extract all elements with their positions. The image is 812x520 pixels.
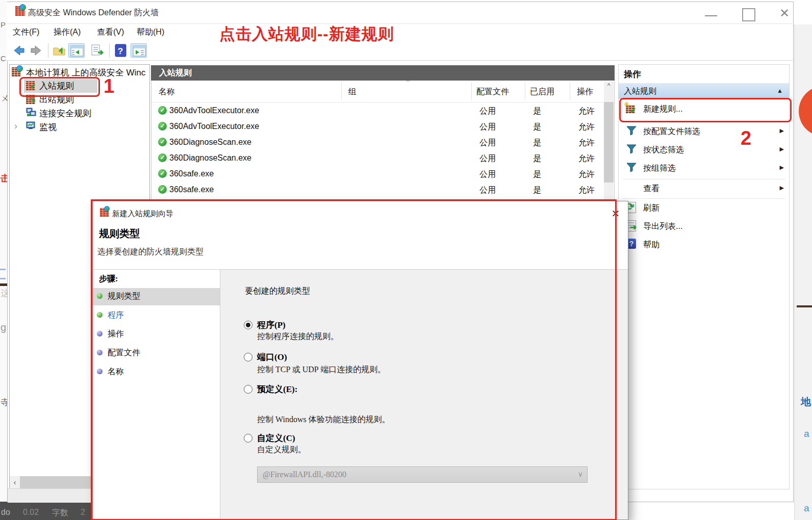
- fragment-text: P: [1, 20, 6, 29]
- toolbar: ?: [7, 41, 793, 61]
- fragment-line: [0, 278, 6, 279]
- rule-profile: 公用: [479, 106, 496, 117]
- rule-profile: 公用: [479, 169, 496, 180]
- toolbar-separator: [109, 43, 110, 58]
- back-button[interactable]: [11, 43, 26, 58]
- scroll-up-button[interactable]: ^: [604, 82, 614, 91]
- column-header-action[interactable]: 操作: [577, 87, 593, 97]
- action-filter-by-profile[interactable]: 按配置文件筛选 ▶: [619, 123, 789, 140]
- option-label-predefined[interactable]: 预定义(E):: [257, 383, 297, 395]
- fragment-text: 0.02: [23, 508, 39, 517]
- table-header-row: 名称 组 配置文件 已启用 操作 ^: [151, 81, 603, 102]
- step-bullet-icon: [97, 312, 103, 318]
- action-refresh[interactable]: ⟳ 刷新: [619, 199, 789, 217]
- wizard-content: 要创建的规则类型 程序(P) 控制程序连接的规则。 端口(O) 控制 TCP 或…: [220, 270, 628, 520]
- tree-horizontal-scrollbar[interactable]: ‹: [10, 476, 93, 488]
- action-export-list[interactable]: ➜ 导出列表...: [619, 218, 789, 235]
- option-desc-program: 控制程序连接的规则。: [257, 331, 339, 342]
- background-window-left-fragment: P C ㄨ 击 这 g 寺: [0, 0, 8, 520]
- firewall-app-icon: [15, 6, 25, 16]
- rule-profile: 公用: [479, 153, 496, 164]
- step-program[interactable]: 程序: [93, 307, 220, 324]
- option-desc-predefined: 控制 Windows 体验功能连接的规则。: [257, 414, 390, 425]
- scrollbar-thumb[interactable]: [20, 476, 93, 488]
- fragment-line: [0, 269, 6, 270]
- screen: P C ㄨ 击 这 g 寺 地 a a do 0.02 字数 2 高级安全 Wi…: [0, 0, 812, 520]
- scroll-left-button[interactable]: ‹: [10, 476, 20, 488]
- rule-enabled: 是: [533, 138, 541, 148]
- action-view[interactable]: 查看 ▶: [619, 180, 789, 197]
- column-header-enabled[interactable]: 已启用: [530, 87, 554, 97]
- rule-type-prompt: 要创建的规则类型: [245, 286, 310, 297]
- predefined-select-value: @FirewallAPI.dll,-80200: [263, 470, 346, 479]
- table-row[interactable]: ✓ 360safe.exe 公用 是 允许: [152, 166, 603, 182]
- step-label: 操作: [108, 329, 124, 340]
- menu-file[interactable]: 文件(F): [13, 27, 39, 38]
- expand-chevron-icon[interactable]: ›: [14, 121, 17, 132]
- menu-action[interactable]: 操作(A): [54, 27, 81, 38]
- action-pane-toggle-button[interactable]: [131, 43, 147, 58]
- action-help[interactable]: ? 帮助: [619, 236, 789, 253]
- radio-port[interactable]: [244, 353, 252, 361]
- inbound-rules-icon: ↙: [26, 81, 35, 90]
- step-label: 配置文件: [108, 348, 140, 358]
- column-header-profile[interactable]: 配置文件: [476, 87, 509, 97]
- up-folder-button[interactable]: [52, 43, 66, 58]
- radio-program[interactable]: [244, 321, 252, 329]
- column-header-name[interactable]: 名称: [159, 87, 175, 97]
- scrollbar-thumb[interactable]: [604, 102, 614, 183]
- rule-action: 允许: [578, 138, 595, 148]
- rule-action: 允许: [578, 169, 595, 180]
- table-row[interactable]: ✓ 360DiagnoseScan.exe 公用 是 允许: [152, 150, 603, 166]
- table-row[interactable]: ✓ 360AdvToolExecutor.exe 公用 是 允许: [152, 119, 603, 135]
- table-row[interactable]: ✓ 360AdvToolExecutor.exe 公用 是 允许: [152, 103, 603, 119]
- console-tree-icon: [69, 44, 85, 58]
- action-filter-by-state[interactable]: 按状态筛选 ▶: [619, 141, 789, 159]
- submenu-arrow-icon: ▶: [780, 127, 784, 134]
- console-tree-toggle-button[interactable]: [68, 43, 85, 58]
- rule-name: 360safe.exe: [169, 169, 214, 178]
- menu-help[interactable]: 帮助(H): [137, 27, 164, 38]
- action-new-rule[interactable]: ↙ ✳ 新建规则...: [619, 100, 789, 118]
- close-button[interactable]: ✕: [777, 6, 792, 20]
- monitoring-icon: [26, 121, 35, 130]
- step-bullet-icon: [97, 350, 103, 355]
- rule-enabled: 是: [533, 169, 541, 180]
- svg-text:?: ?: [118, 46, 123, 56]
- wizard-header: 新建入站规则向导 ✕ 规则类型 选择要创建的防火墙规则类型: [93, 201, 628, 270]
- step-bullet-icon: [97, 331, 103, 336]
- minimize-button[interactable]: [705, 11, 720, 19]
- forward-button[interactable]: [30, 43, 44, 58]
- menu-view[interactable]: 查看(V): [97, 27, 124, 38]
- action-label: 按配置文件筛选: [643, 126, 700, 137]
- firewall-root-icon: [12, 67, 21, 76]
- column-header-group[interactable]: 组: [348, 87, 357, 97]
- wizard-close-button[interactable]: ✕: [610, 207, 622, 220]
- option-label-port[interactable]: 端口(O): [257, 351, 287, 363]
- radio-predefined[interactable]: [244, 385, 252, 394]
- table-row[interactable]: ✓ 360DiagnoseScan.exe 公用 是 允许: [152, 135, 603, 150]
- rule-action: 允许: [578, 153, 595, 164]
- radio-custom[interactable]: [244, 434, 252, 443]
- maximize-button[interactable]: [742, 8, 755, 21]
- help-button[interactable]: ?: [113, 43, 128, 58]
- tree-item-label: 连接安全规则: [39, 108, 91, 119]
- submenu-arrow-icon: ▶: [780, 185, 784, 191]
- fragment-divider: [0, 283, 7, 286]
- fragment-text: C: [1, 54, 6, 63]
- export-list-button[interactable]: [90, 43, 104, 58]
- option-label-custom[interactable]: 自定义(C): [257, 432, 295, 444]
- table-row[interactable]: ✓ 360safe.exe 公用 是 允许: [152, 182, 603, 198]
- actions-section-header[interactable]: 入站规则 ▲: [619, 83, 789, 99]
- fragment-text: do: [1, 508, 10, 517]
- step-label[interactable]: 程序: [108, 310, 124, 321]
- folder-up-icon: [52, 43, 66, 58]
- funnel-icon: [626, 163, 637, 173]
- column-separator: [525, 83, 525, 100]
- sort-indicator-icon: ^: [407, 77, 410, 85]
- action-filter-by-group[interactable]: 按组筛选 ▶: [619, 160, 789, 177]
- actions-section-label: 入站规则: [624, 87, 656, 95]
- option-label-program[interactable]: 程序(P): [257, 319, 286, 331]
- collapse-icon[interactable]: ▲: [777, 83, 783, 99]
- action-label: 查看: [643, 184, 659, 194]
